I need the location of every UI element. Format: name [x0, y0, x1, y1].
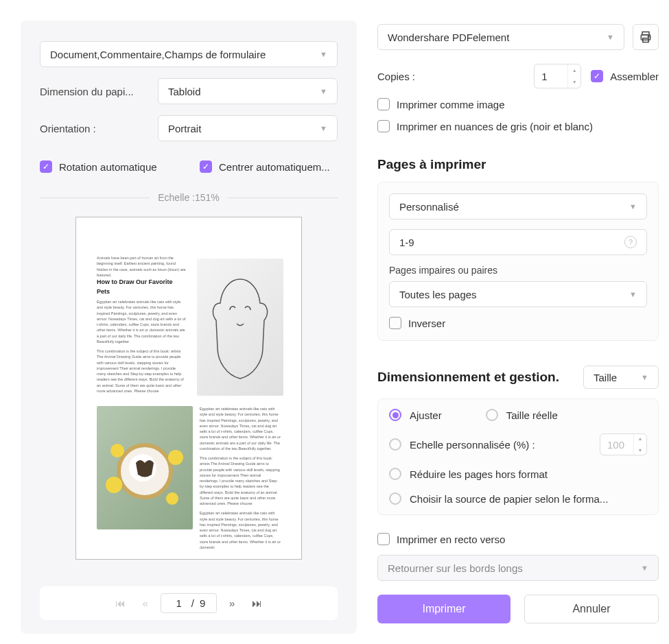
auto-center-checkbox[interactable]: ✓ [200, 160, 212, 173]
cancel-button-label: Annuler [572, 603, 610, 615]
auto-rotate-checkbox[interactable]: ✓ [40, 160, 52, 173]
scaling-radio-group: Ajuster Taille réelle Echelle personnali… [377, 398, 659, 515]
shrink-radio[interactable] [389, 468, 401, 480]
chevron-down-icon: ▼ [641, 373, 648, 381]
page-range-field[interactable]: ? [389, 229, 647, 255]
print-button-label: Imprimer [422, 603, 465, 615]
last-page-icon[interactable]: ⏭ [247, 594, 266, 613]
actual-size-radio[interactable] [486, 409, 498, 421]
chevron-down-icon: ▼ [629, 202, 637, 211]
spinner-down-icon[interactable]: ▼ [568, 76, 580, 88]
preview-text: Egyptian art celebrates animals like cat… [200, 406, 281, 451]
dimension-mode-select[interactable]: Taille ▼ [583, 366, 659, 389]
odd-even-label: Pages impaires ou paires [389, 265, 647, 276]
page-sep: / [191, 597, 194, 609]
preview-text: This combination is the subject of this … [97, 348, 186, 394]
paper-size-label: Dimension du papi... [40, 86, 150, 97]
pages-section: Personnalisé ▼ ? Pages impaires ou paire… [377, 182, 659, 341]
custom-scale-spinner[interactable]: ▲ ▼ [600, 433, 647, 455]
spinner-down-icon[interactable]: ▼ [634, 444, 646, 456]
cancel-button[interactable]: Annuler [524, 595, 659, 623]
auto-rotate-label: Rotation automatique [59, 161, 157, 173]
page-indicator: / 9 [161, 593, 218, 613]
preview-text: Animals have been part of human art from… [97, 255, 186, 278]
svg-point-3 [106, 477, 122, 493]
grayscale-label: Imprimer en nuances de gris (noir et bla… [397, 121, 593, 132]
preview-heading: How to Draw Our Favorite Pets [97, 278, 186, 296]
pages-section-title: Pages à imprimer [377, 157, 659, 172]
spinner-up-icon[interactable]: ▲ [568, 64, 580, 76]
flip-value: Retourner sur les bords longs [388, 562, 635, 574]
custom-scale-input[interactable] [600, 439, 633, 451]
duplex-label: Imprimer en recto verso [397, 534, 505, 545]
page-input[interactable] [172, 597, 186, 609]
orientation-label: Orientation : [40, 123, 150, 134]
copies-label: Copies : [377, 71, 415, 82]
printer-select[interactable]: Wondershare PDFelement ▼ [377, 24, 624, 50]
prev-page-icon[interactable]: « [136, 594, 155, 613]
shrink-label: Réduire les pages hors format [410, 468, 548, 480]
content-select[interactable]: Document,Commentaire,Champs de formulair… [40, 41, 338, 67]
dimension-section-title: Dimensionnement et gestion. [377, 370, 559, 385]
preview-panel: Document,Commentaire,Champs de formulair… [21, 21, 357, 634]
printer-icon [639, 30, 653, 44]
preview-text: Egyptian art celebrates animals like cat… [200, 510, 281, 550]
duplex-checkbox[interactable] [377, 533, 390, 545]
page-preview: Animals have been part of human art from… [75, 217, 302, 560]
custom-scale-radio[interactable] [389, 438, 401, 451]
custom-scale-label: Echelle personnalisée (%) : [410, 439, 535, 451]
spinner-up-icon[interactable]: ▲ [634, 433, 646, 444]
print-as-image-checkbox[interactable] [377, 98, 390, 110]
reverse-checkbox[interactable] [389, 317, 401, 329]
choose-source-radio[interactable] [389, 492, 401, 505]
pages-mode-value: Personnalisé [399, 201, 624, 213]
copies-input[interactable] [535, 71, 567, 82]
auto-center-label: Centrer automatiquem... [219, 161, 330, 173]
chevron-down-icon: ▼ [320, 87, 327, 95]
flip-select[interactable]: Retourner sur les bords longs ▼ [377, 555, 659, 581]
paper-size-select[interactable]: Tabloid ▼ [158, 78, 338, 104]
pager: ⏮ « / 9 » ⏭ [40, 586, 338, 620]
svg-point-4 [168, 450, 183, 465]
chevron-down-icon: ▼ [320, 50, 327, 58]
reverse-label: Inverser [408, 318, 445, 329]
printer-value: Wondershare PDFelement [388, 32, 601, 43]
actual-size-label: Taille réelle [506, 409, 558, 421]
print-button[interactable]: Imprimer [377, 595, 510, 623]
chevron-down-icon: ▼ [629, 290, 637, 298]
odd-even-select[interactable]: Toutes les pages ▼ [389, 281, 647, 307]
orientation-select[interactable]: Portrait ▼ [158, 115, 338, 141]
content-select-label: Document,Commentaire,Champs de formulair… [50, 49, 314, 60]
chevron-down-icon: ▼ [607, 33, 614, 41]
page-total: 9 [200, 597, 205, 609]
svg-point-5 [166, 492, 178, 505]
help-icon[interactable]: ? [624, 236, 637, 248]
preview-text: This combination is the subject of this … [200, 455, 281, 506]
dimension-mode-value: Taille [594, 372, 635, 383]
preview-text: Egyptian art celebrates animals like cat… [97, 299, 186, 344]
orientation-value: Portrait [168, 123, 314, 134]
svg-point-9 [648, 36, 649, 37]
fit-label: Ajuster [410, 409, 442, 421]
preview-image-flowers [97, 406, 193, 529]
chevron-down-icon: ▼ [320, 124, 327, 132]
assemble-label: Assembler [610, 71, 659, 82]
assemble-checkbox[interactable]: ✓ [591, 70, 603, 82]
scale-label: Echelle :151% [150, 192, 228, 203]
odd-even-value: Toutes les pages [399, 289, 624, 300]
page-range-input[interactable] [399, 237, 624, 248]
first-page-icon[interactable]: ⏮ [111, 594, 130, 613]
printer-properties-button[interactable] [633, 24, 659, 50]
fit-radio[interactable] [389, 409, 401, 421]
svg-point-2 [110, 444, 124, 457]
chevron-down-icon: ▼ [641, 564, 648, 572]
print-as-image-label: Imprimer comme image [397, 99, 505, 110]
grayscale-checkbox[interactable] [377, 120, 390, 132]
pages-mode-select[interactable]: Personnalisé ▼ [389, 193, 647, 219]
settings-panel: Wondershare PDFelement ▼ Copies : ▲ ▼ ✓ … [377, 21, 659, 634]
copies-spinner[interactable]: ▲ ▼ [534, 64, 581, 88]
next-page-icon[interactable]: » [222, 594, 242, 613]
preview-image-dog [197, 259, 283, 396]
choose-source-label: Choisir la source de papier selon le for… [410, 493, 608, 505]
paper-size-value: Tabloid [168, 86, 314, 97]
